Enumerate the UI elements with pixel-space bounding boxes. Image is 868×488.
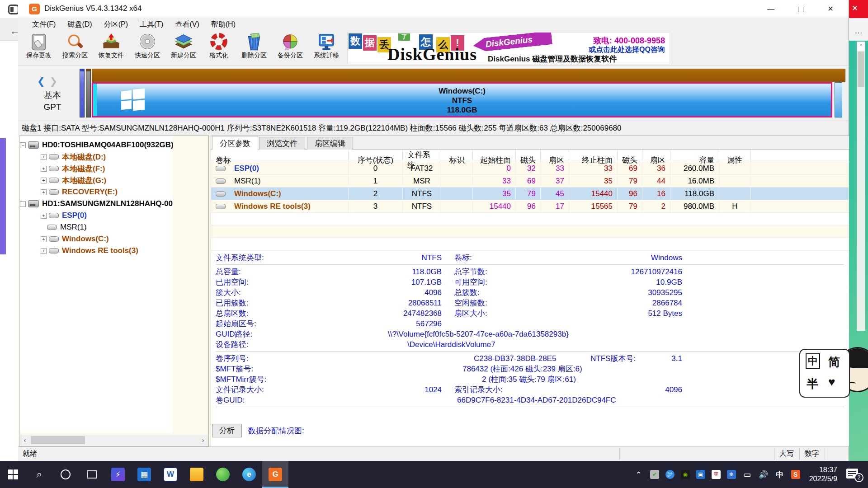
partition-block-windows-c[interactable]: Windows(C:) NTFS 118.0GB <box>92 82 832 117</box>
recover-files-button[interactable]: 恢复文件 <box>94 32 128 65</box>
tree-horizontal-scrollbar[interactable]: ‹ › <box>20 435 208 446</box>
expand-icon[interactable]: + <box>41 154 47 160</box>
background-close-button[interactable]: ✕ <box>849 0 868 18</box>
taskbar-search-button[interactable]: ⌕ <box>26 461 52 488</box>
tray-printer-icon[interactable]: ✔ <box>650 470 659 479</box>
tree-item-hd0[interactable]: − HD0:TOSHIBAMQ04ABF100(932GB) <box>20 139 173 151</box>
taskbar-diskgenius-active[interactable]: G <box>262 461 288 488</box>
partition-strip-msr[interactable] <box>86 69 91 117</box>
tray-speaker-icon[interactable]: 🔊 <box>759 469 769 479</box>
scroll-right-icon[interactable]: › <box>198 435 208 446</box>
system-migration-button[interactable]: 系统迁移 <box>309 32 344 65</box>
ad-banner[interactable]: 数 据 丢 了 怎 么 ! DiskGenius DiskGenius 致电: … <box>347 32 670 64</box>
menu-partition[interactable]: 分区(P) <box>98 18 134 31</box>
collapse-icon[interactable]: − <box>20 201 26 207</box>
expand-icon[interactable]: + <box>41 213 47 219</box>
partition-icon <box>216 191 226 197</box>
save-changes-button[interactable]: 保存更改 <box>22 32 56 65</box>
ime-status-widget[interactable]: 中 简 半 ♥ <box>799 349 850 398</box>
task-view-button[interactable] <box>79 461 105 488</box>
tree-item-windows-re[interactable]: + Windows RE tools(3) <box>41 245 173 257</box>
windows-start-icon <box>8 469 18 479</box>
expand-icon[interactable]: + <box>41 178 47 183</box>
expand-icon[interactable]: + <box>41 189 47 195</box>
scroll-up-icon[interactable]: ⌃ <box>857 42 865 51</box>
cortana-button[interactable] <box>52 461 79 488</box>
background-more-icon[interactable]: … <box>854 26 863 36</box>
collapse-icon[interactable]: − <box>20 142 26 148</box>
table-row-windows-re[interactable]: Windows RE tools(3) 3 NTFS 15440 96 17 1… <box>211 200 849 213</box>
close-button[interactable]: ✕ <box>819 0 842 18</box>
banner-qq-link[interactable]: 或点击此处选择QQ咨询 <box>589 45 665 55</box>
prev-disk-arrow-icon[interactable]: ❮ <box>37 76 45 86</box>
scrollbar-thumb[interactable] <box>31 436 85 444</box>
format-button[interactable]: 格式化 <box>202 32 236 65</box>
menu-disk[interactable]: 磁盘(D) <box>61 18 98 31</box>
taskbar-browser-360[interactable] <box>210 461 236 488</box>
status-bar: 就绪 大写 数字 <box>18 446 849 461</box>
background-scrollbar-thumb[interactable] <box>858 52 864 87</box>
heart-icon[interactable]: ♥ <box>828 375 835 389</box>
delete-partition-icon <box>237 33 271 51</box>
action-center-button[interactable]: 2 <box>846 469 862 480</box>
taskbar-app-2[interactable]: ▦ <box>131 461 157 488</box>
tab-browse-files[interactable]: 浏览文件 <box>259 137 305 150</box>
tree-item-esp[interactable]: + ESP(0) <box>41 210 173 221</box>
tray-nvidia-icon[interactable]: ◉ <box>681 470 690 479</box>
tree-item-local-d[interactable]: + 本地磁盘(D:) <box>41 151 173 163</box>
menu-file[interactable]: 文件(F) <box>26 18 61 31</box>
taskbar-word[interactable]: W <box>157 461 184 488</box>
store-icon: ▦ <box>137 468 151 481</box>
tree-item-windows-c[interactable]: + Windows(C:) <box>41 233 173 245</box>
tray-chevron-up-icon[interactable]: ⌃ <box>634 469 644 479</box>
new-partition-button[interactable]: 新建分区 <box>166 32 201 65</box>
partition-strip-re-tools[interactable] <box>835 82 842 117</box>
taskbar-file-explorer[interactable] <box>184 461 210 488</box>
menu-tools[interactable]: 工具(T) <box>134 18 169 31</box>
partition-icon <box>49 213 59 218</box>
table-row-msr[interactable]: MSR(1) 1 MSR 33 69 37 35 79 44 16.0MB <box>211 175 849 188</box>
status-ready: 就绪 <box>23 449 37 459</box>
tray-intel-graphics-icon[interactable]: ▣ <box>696 470 705 479</box>
expand-icon[interactable]: + <box>41 248 47 254</box>
quick-partition-button[interactable]: 快速分区 <box>130 32 165 65</box>
table-row-windows-c-selected[interactable]: Windows(C:) 2 NTFS 35 79 45 15440 96 16 … <box>211 188 849 200</box>
tree-item-recovery-e[interactable]: + RECOVERY(E:) <box>41 186 173 198</box>
search-partition-button[interactable]: 搜索分区 <box>58 32 92 65</box>
taskbar-edge[interactable]: e <box>236 461 262 488</box>
search-partition-icon <box>58 33 92 51</box>
maximize-button[interactable] <box>789 0 812 18</box>
tab-partition-params[interactable]: 分区参数 <box>212 136 258 150</box>
ime-mode-chinese[interactable]: 中 <box>806 353 820 369</box>
detail-row-mftmirr: $MFTMirr簇号: 2 (柱面:35 磁头:79 扇区:61) <box>211 374 849 385</box>
tray-snowflake-icon[interactable]: ❄ <box>727 470 736 479</box>
tree-item-local-f[interactable]: + 本地磁盘(F:) <box>41 163 173 174</box>
tab-sector-edit[interactable]: 扇区编辑 <box>307 137 353 150</box>
expand-icon[interactable]: + <box>41 166 47 172</box>
quick-partition-icon <box>130 33 165 51</box>
tree-item-local-g[interactable]: + 本地磁盘(G:) <box>41 174 173 186</box>
tray-defender-shield-icon[interactable]: ⛨ <box>712 470 721 479</box>
tree-item-hd1[interactable]: − HD1:SAMSUNGMZNLN128HAHQ-000 <box>20 198 173 210</box>
expand-icon[interactable]: + <box>41 236 47 242</box>
ime-mode-halfwidth[interactable]: 半 <box>807 376 818 392</box>
start-button[interactable] <box>0 461 26 488</box>
delete-partition-button[interactable]: 删除分区 <box>237 32 271 65</box>
partition-strip-esp[interactable] <box>80 69 85 117</box>
taskbar-clock[interactable]: 18:37 2022/5/9 <box>807 465 840 483</box>
taskbar-app-1[interactable]: ⚡ <box>105 461 131 488</box>
analyze-button[interactable]: 分析 <box>212 424 242 437</box>
tray-ime-indicator[interactable]: 中 <box>775 469 785 479</box>
scroll-left-icon[interactable]: ‹ <box>20 435 30 446</box>
minimize-button[interactable]: — <box>760 0 782 18</box>
ime-mode-simplified[interactable]: 简 <box>828 354 840 370</box>
backup-partition-button[interactable]: 备份分区 <box>273 32 307 65</box>
menu-help[interactable]: 帮助(H) <box>205 18 241 31</box>
menu-view[interactable]: 查看(V) <box>169 18 205 31</box>
tray-battery-icon[interactable]: ▭ <box>742 469 752 479</box>
tree-item-msr[interactable]: MSR(1) <box>47 221 173 233</box>
tray-bird-app-icon[interactable]: 🕊 <box>665 470 675 479</box>
next-disk-arrow-icon[interactable]: ❯ <box>49 76 57 86</box>
table-row-esp[interactable]: ESP(0) 0 FAT32 0 32 33 33 69 36 260.0MB <box>211 162 849 175</box>
tray-sogou-icon[interactable]: S <box>791 470 800 479</box>
